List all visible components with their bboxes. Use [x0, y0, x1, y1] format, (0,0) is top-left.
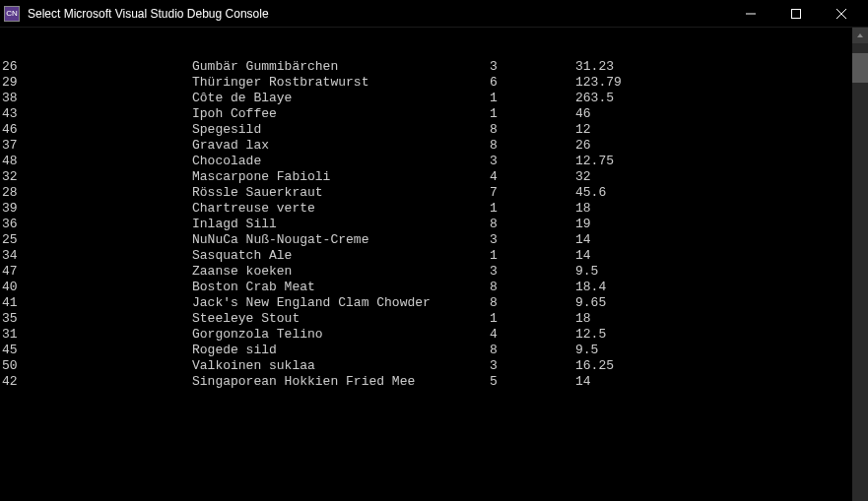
- product-qty: 5: [490, 374, 575, 390]
- product-id: 42: [0, 374, 192, 390]
- product-price: 31.23: [575, 59, 852, 75]
- product-price: 46: [575, 106, 852, 122]
- product-price: 9.65: [575, 295, 852, 311]
- table-row: 42Singaporean Hokkien Fried Mee514: [0, 374, 852, 390]
- product-price: 12.5: [575, 327, 852, 343]
- product-price: 12: [575, 122, 852, 138]
- product-id: 37: [0, 138, 192, 154]
- product-qty: 8: [490, 280, 575, 295]
- product-name: Gravad lax: [192, 138, 490, 154]
- product-price: 18: [575, 201, 852, 217]
- product-id: 38: [0, 91, 192, 106]
- table-row: 34Sasquatch Ale114: [0, 248, 852, 264]
- product-price: 45.6: [575, 185, 852, 201]
- product-price: 263.5: [575, 91, 852, 106]
- table-row: 43Ipoh Coffee146: [0, 106, 852, 122]
- product-id: 46: [0, 122, 192, 138]
- product-price: 18: [575, 311, 852, 327]
- product-id: 50: [0, 358, 192, 374]
- table-row: 25NuNuCa Nuß-Nougat-Creme314: [0, 232, 852, 248]
- product-id: 34: [0, 248, 192, 264]
- product-id: 43: [0, 106, 192, 122]
- product-name: Ipoh Coffee: [192, 106, 490, 122]
- product-id: 28: [0, 185, 192, 201]
- product-price: 14: [575, 248, 852, 264]
- product-qty: 3: [490, 154, 575, 169]
- product-price: 123.79: [575, 75, 852, 91]
- product-name: Spegesild: [192, 122, 490, 138]
- vertical-scrollbar[interactable]: [852, 28, 868, 501]
- table-row: 35Steeleye Stout118: [0, 311, 852, 327]
- product-name: Boston Crab Meat: [192, 280, 490, 295]
- table-row: 38Côte de Blaye1263.5: [0, 91, 852, 106]
- product-price: 9.5: [575, 264, 852, 280]
- product-qty: 3: [490, 264, 575, 280]
- product-id: 35: [0, 311, 192, 327]
- product-name: Zaanse koeken: [192, 264, 490, 280]
- product-price: 9.5: [575, 343, 852, 358]
- product-qty: 3: [490, 232, 575, 248]
- product-qty: 1: [490, 311, 575, 327]
- product-qty: 8: [490, 217, 575, 232]
- product-price: 26: [575, 138, 852, 154]
- product-qty: 1: [490, 248, 575, 264]
- window-title: Select Microsoft Visual Studio Debug Con…: [28, 7, 728, 21]
- product-name: Sasquatch Ale: [192, 248, 490, 264]
- product-id: 31: [0, 327, 192, 343]
- app-icon: CN: [4, 6, 20, 22]
- product-qty: 8: [490, 122, 575, 138]
- table-row: 26Gumbär Gummibärchen331.23: [0, 59, 852, 75]
- product-id: 39: [0, 201, 192, 217]
- product-price: 32: [575, 169, 852, 185]
- console-area: 26Gumbär Gummibärchen331.2329Thüringer R…: [0, 28, 868, 501]
- product-id: 36: [0, 217, 192, 232]
- table-row: 31Gorgonzola Telino412.5: [0, 327, 852, 343]
- product-qty: 3: [490, 358, 575, 374]
- table-row: 37Gravad lax826: [0, 138, 852, 154]
- product-id: 32: [0, 169, 192, 185]
- product-price: 14: [575, 232, 852, 248]
- product-name: Valkoinen suklaa: [192, 358, 490, 374]
- product-name: Rössle Sauerkraut: [192, 185, 490, 201]
- close-button[interactable]: [819, 0, 864, 28]
- product-name: NuNuCa Nuß-Nougat-Creme: [192, 232, 490, 248]
- console-output[interactable]: 26Gumbär Gummibärchen331.2329Thüringer R…: [0, 28, 852, 501]
- product-qty: 3: [490, 59, 575, 75]
- table-row: 45Rogede sild89.5: [0, 343, 852, 358]
- product-price: 16.25: [575, 358, 852, 374]
- table-row: 41Jack's New England Clam Chowder89.65: [0, 295, 852, 311]
- svg-rect-1: [792, 9, 801, 18]
- product-name: Inlagd Sill: [192, 217, 490, 232]
- product-name: Rogede sild: [192, 343, 490, 358]
- product-id: 47: [0, 264, 192, 280]
- product-qty: 7: [490, 185, 575, 201]
- scroll-thumb[interactable]: [852, 53, 868, 83]
- product-qty: 4: [490, 169, 575, 185]
- minimize-button[interactable]: [728, 0, 773, 28]
- product-id: 26: [0, 59, 192, 75]
- product-price: 18.4: [575, 280, 852, 295]
- product-name: Gorgonzola Telino: [192, 327, 490, 343]
- product-qty: 1: [490, 106, 575, 122]
- scroll-up-button[interactable]: [852, 28, 868, 43]
- product-price: 19: [575, 217, 852, 232]
- product-name: Chocolade: [192, 154, 490, 169]
- product-qty: 8: [490, 295, 575, 311]
- title-bar: CN Select Microsoft Visual Studio Debug …: [0, 0, 868, 28]
- product-id: 48: [0, 154, 192, 169]
- table-row: 29Thüringer Rostbratwurst6123.79: [0, 75, 852, 91]
- product-price: 12.75: [575, 154, 852, 169]
- product-id: 41: [0, 295, 192, 311]
- product-price: 14: [575, 374, 852, 390]
- product-qty: 1: [490, 201, 575, 217]
- table-row: 36Inlagd Sill819: [0, 217, 852, 232]
- product-qty: 1: [490, 91, 575, 106]
- table-row: 40Boston Crab Meat818.4: [0, 280, 852, 295]
- table-row: 46Spegesild812: [0, 122, 852, 138]
- product-name: Thüringer Rostbratwurst: [192, 75, 490, 91]
- table-row: 50Valkoinen suklaa316.25: [0, 358, 852, 374]
- product-name: Gumbär Gummibärchen: [192, 59, 490, 75]
- maximize-button[interactable]: [773, 0, 819, 28]
- product-qty: 8: [490, 138, 575, 154]
- product-id: 40: [0, 280, 192, 295]
